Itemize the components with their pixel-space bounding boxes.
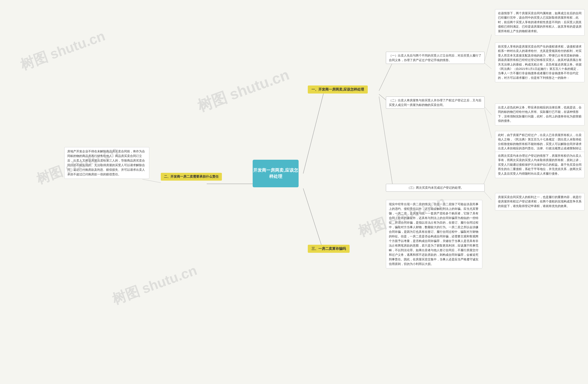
branch2-left-text: 房地产开发企业不得在未解除商品房买卖合同前，将作为合同标的物的商品房再行销售给他… [64,147,149,179]
branch3-text-block: 现实中经常出现一房二卖的情况，但是一房二卖除了可能会涉及民事上的违约、侵犯责任以… [386,200,482,268]
branch3-text-content: 现实中经常出现一房二卖的情况，但是一房二卖除了可能会涉及民事上的违约、侵犯责任以… [389,202,479,266]
branch2-label: 二、开发商一房二卖需要承担什么责任 [164,175,219,179]
svg-line-12 [142,179,161,183]
text-block-3: 出卖人还负此种义务，即应承担相应的法律后果，也就是说，合同的标的物已经给付他人所… [495,103,585,126]
center-node: 开发商一房两卖,应该怎样处理 [253,160,299,187]
svg-line-5 [379,97,393,186]
branch2-node: 二、开发商一房二卖需要承担什么责任 [161,173,222,181]
text-block-3-content: 出卖人还负此种义务，即应承担相应的法律后果，也就是说，合同的标的物已经给付他人所… [498,106,582,123]
svg-line-8 [485,107,492,115]
branch2-left-text-content: 房地产开发企业不得在未解除商品房买卖合同前，将作为合同标的物的商品房再行销售给他… [67,149,146,177]
text-block-2-content: 前买受人享有的是房屋买卖合同产生的债权请求权，该债权请求权系一种对出卖人的请求给… [498,44,582,80]
branch3-node: 三、一房二卖算诈骗吗 [308,245,350,253]
watermark-2: 树图 shutu.cn [195,64,292,117]
text-block-2: 前买受人享有的是房屋买卖合同产生的债权请求权，该债权请求权系一种对出卖人的请求给… [495,43,585,82]
branch3-label: 三、一房二卖算诈骗吗 [312,247,346,251]
svg-line-7 [485,63,492,69]
text-block-5-content: 在两次买卖均未办理过户登记的情形下，房屋所有权仍为出卖人享有，而两次买卖的买受人… [498,154,582,176]
svg-line-6 [485,34,492,61]
text-block-6-content: 房屋买卖合同买受人的权利之一，也是履行的重要内容，就是行使房屋所有权过户登记请求… [498,195,582,208]
branch1-sub2-node: （二）出卖人将房屋售与前买受人并办理了产权过户登记之后，又与后买受人成立同一房屋… [386,97,485,109]
branch1-sub3-label: （三）两次买卖均未完成过户登记的处理。 [407,185,464,190]
branch1-node: 一、开发商一房两卖,应该怎样处理 [308,85,368,94]
branch1-sub3-node: （三）两次买卖均未完成过户登记的处理。 [386,184,485,192]
watermark-5: 树图 shutu.cn [110,261,200,309]
branch1-sub2-label: （二）出卖人将房屋售与前买受人并办理了产权过户登记之后，又与后买受人成立同一房屋… [389,98,482,107]
center-label: 开发商一房两卖,应该怎样处理 [253,167,299,179]
mindmap-container: 树图 shutu.cn 树图 shutu.cn 树图 shutu.cn 树图 s… [0,0,588,384]
svg-line-0 [303,92,324,173]
svg-line-2 [303,189,324,253]
branch1-sub1-label: （一）出卖人先后与两个不同的买受人订立合同后，对后买受人履行了合同义务，办理了房… [389,53,482,62]
branch1-label: 一、开发商一房两卖,应该怎样处理 [312,87,364,92]
text-block-6: 房屋买卖合同买受人的权利之一，也是履行的重要内容，就是行使房屋所有权过户登记请求… [495,193,585,211]
svg-line-9 [485,109,492,138]
watermark-1: 树图 shutu.cn [18,27,108,74]
text-block-1-content: 在该情形下，两个房屋买卖合同均属有效，如果成立在后的合同已经履行完毕，该合同中的… [498,11,582,34]
text-block-5: 在两次买卖均未办理过户登记的情形下，房屋所有权仍为出卖人享有，而两次买卖的买受人… [495,152,585,178]
branch1-sub1-node: （一）出卖人先后与两个不同的买受人订立合同后，对后买受人履行了合同义务，办理了房… [386,52,485,64]
text-block-1: 在该情形下，两个房屋买卖合同均属有效，如果成立在后的合同已经履行完毕，该合同中的… [495,9,585,36]
svg-line-3 [379,62,393,91]
